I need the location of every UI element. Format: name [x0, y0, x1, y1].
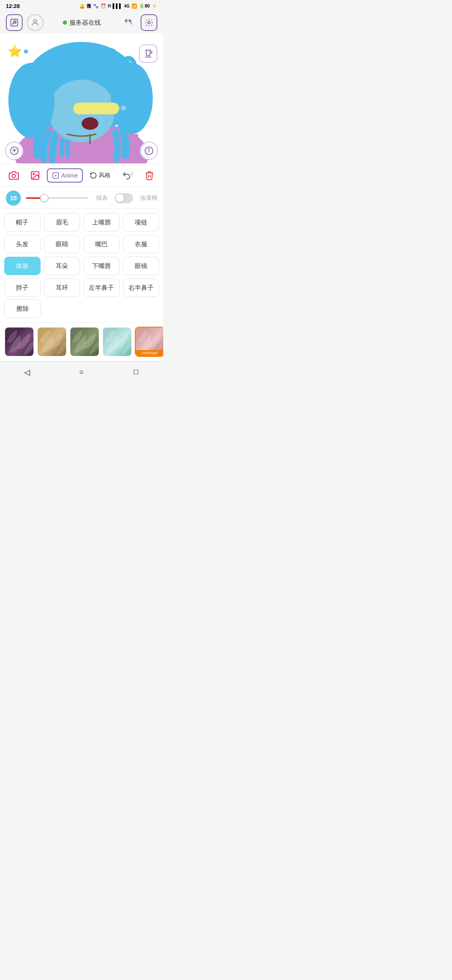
profile-button[interactable] [27, 14, 44, 31]
line-toggle[interactable] [115, 193, 133, 203]
top-nav-left [6, 14, 44, 31]
image-button[interactable] [26, 168, 44, 183]
top-nav-center: 服务器在线 [63, 19, 101, 27]
line-label: 线条 [96, 194, 108, 202]
texture-thumb-3[interactable] [102, 327, 132, 357]
app-icon: 🐾 [93, 3, 99, 9]
signal-h-icon: H [108, 4, 111, 8]
signal-bars-icon: ▌▌▌ [113, 3, 122, 8]
anime-button[interactable]: Anime [47, 168, 83, 183]
svg-point-20 [149, 149, 149, 150]
4g-icon: 4G [124, 4, 129, 8]
settings-icon [144, 18, 154, 27]
category-grid: 帽子眉毛上嘴唇项链头发眼睛嘴巴衣服体肤耳朵下嘴唇眼镜脖子耳环左半鼻子右半鼻子 [0, 209, 163, 299]
server-status-label: 服务器在线 [69, 19, 101, 27]
svg-point-14 [121, 106, 126, 111]
anime-check-icon [52, 172, 59, 179]
cup-button[interactable] [139, 44, 157, 63]
brush-size-badge: 15 [6, 191, 21, 206]
category-btn-左半鼻子[interactable]: 左半鼻子 [83, 279, 120, 297]
category-btn-耳朵[interactable]: 耳朵 [44, 257, 80, 275]
status-icons: 🔔 微 🐾 ⏰ H ▌▌▌ 4G 📶 🔋80 ⚡ [79, 3, 157, 9]
slider-thumb[interactable] [40, 194, 49, 202]
star-area: ⭐ [8, 44, 28, 58]
bucket-label: 油漆桶 [140, 194, 157, 202]
svg-point-12 [111, 63, 153, 134]
back-button[interactable]: ◁ [15, 365, 40, 380]
cup-icon [144, 49, 153, 58]
slider-track [26, 197, 88, 199]
category-btn-头发[interactable]: 头发 [4, 235, 41, 253]
category-btn-脖子[interactable]: 脖子 [4, 279, 41, 297]
texture-thumb-1[interactable] [37, 327, 67, 357]
slider-row: 15 线条 油漆桶 [0, 187, 163, 209]
star-icon[interactable]: ⭐ [8, 44, 22, 58]
category-btn-眉毛[interactable]: 眉毛 [44, 213, 80, 232]
share-icon [123, 18, 133, 27]
style-label: 风格 [99, 172, 110, 179]
home-icon: ○ [80, 368, 84, 377]
brush-slider[interactable] [26, 197, 88, 199]
info-button[interactable] [140, 142, 158, 160]
status-bar: 12:28 🔔 微 🐾 ⏰ H ▌▌▌ 4G 📶 🔋80 ⚡ [0, 0, 163, 12]
category-btn-眼睛[interactable]: 眼睛 [44, 235, 80, 253]
category-btn-眼镜[interactable]: 眼镜 [123, 257, 159, 275]
server-status-dot [63, 21, 67, 25]
erase-button[interactable]: 擦除 [4, 299, 41, 318]
erase-row: 擦除 [0, 299, 163, 322]
category-btn-耳环[interactable]: 耳环 [44, 279, 80, 297]
category-btn-嘴巴[interactable]: 嘴巴 [83, 235, 120, 253]
back-icon: ◁ [24, 368, 30, 377]
home-button[interactable]: ○ [69, 365, 94, 380]
image-icon [30, 170, 40, 181]
texture-label: #AR9SzP [136, 350, 163, 356]
texture-thumb-2[interactable] [69, 327, 100, 357]
anime-label: Anime [61, 172, 78, 179]
category-btn-衣服[interactable]: 衣服 [123, 235, 159, 253]
undo-icon [122, 171, 131, 180]
svg-rect-0 [11, 19, 18, 26]
delete-button[interactable] [140, 168, 159, 183]
svg-point-2 [33, 20, 36, 23]
texture-gallery: #AR9SzP [0, 322, 163, 361]
toolbar-row: Anime 风格 2 [0, 163, 163, 187]
weibo-icon: 微 [87, 3, 91, 9]
upload-icon [10, 146, 19, 155]
recents-icon: □ [134, 368, 139, 377]
settings-button[interactable] [141, 14, 157, 31]
info-icon [144, 146, 154, 155]
texture-thumb-4[interactable]: #AR9SzP [135, 327, 163, 357]
edit-icon [10, 18, 19, 27]
charge-icon: ⚡ [152, 3, 157, 9]
style-undo-icon [90, 172, 97, 179]
svg-point-21 [12, 174, 15, 178]
status-time: 12:28 [6, 3, 20, 9]
category-btn-右半鼻子[interactable]: 右半鼻子 [123, 279, 159, 297]
svg-point-15 [82, 117, 98, 130]
category-btn-项链[interactable]: 项链 [123, 213, 159, 232]
top-nav-right [120, 14, 157, 31]
style-button[interactable]: 风格 [85, 169, 115, 182]
blue-dot [24, 49, 28, 54]
category-btn-体肤[interactable]: 体肤 [4, 257, 41, 275]
notification-icon: 🔔 [79, 3, 85, 9]
undo-count: 2 [131, 171, 134, 176]
category-btn-下嘴唇[interactable]: 下嘴唇 [83, 257, 120, 275]
share-button[interactable] [120, 14, 136, 31]
bottom-nav: ◁ ○ □ [0, 361, 163, 383]
alarm-icon: ⏰ [100, 3, 106, 9]
recents-button[interactable]: □ [123, 365, 149, 380]
svg-rect-13 [73, 103, 119, 114]
undo-button[interactable]: 2 [118, 168, 138, 183]
toggle-knob [116, 194, 124, 202]
upload-button[interactable] [5, 142, 23, 160]
edit-button[interactable] [6, 14, 23, 31]
category-btn-上嘴唇[interactable]: 上嘴唇 [83, 213, 120, 232]
person-icon [31, 18, 40, 27]
texture-thumb-0[interactable] [4, 327, 34, 357]
wifi-icon: 📶 [131, 3, 137, 9]
category-btn-帽子[interactable]: 帽子 [4, 213, 41, 232]
svg-point-11 [8, 63, 54, 138]
top-nav: 服务器在线 [0, 12, 163, 34]
camera-button[interactable] [5, 168, 23, 183]
